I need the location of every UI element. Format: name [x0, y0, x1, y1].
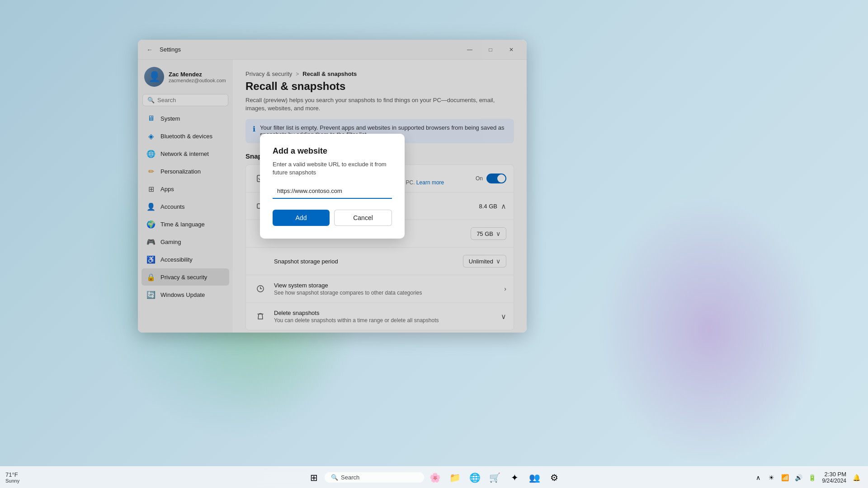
- dialog-title: Add a website: [273, 146, 392, 156]
- clock-time: 2:30 PM: [825, 471, 846, 478]
- dialog-buttons: Add Cancel: [273, 210, 392, 226]
- weather-widget: 71°F Sunny: [5, 471, 19, 483]
- edge-button[interactable]: 🌐: [466, 469, 484, 487]
- taskbar-search-icon: 🔍: [331, 474, 338, 481]
- taskbar-left: 71°F Sunny: [5, 471, 23, 483]
- tray-battery[interactable]: 🔋: [806, 471, 819, 484]
- clock-date: 9/24/2024: [822, 478, 846, 484]
- dialog-overlay[interactable]: Add a website Enter a valid website URL …: [138, 40, 527, 333]
- tray-brightness[interactable]: ☀: [765, 471, 778, 484]
- taskbar-right: ∧ ☀ 📶 🔊 🔋 2:30 PM 9/24/2024 🔔: [752, 471, 863, 484]
- tray-chevron[interactable]: ∧: [752, 471, 764, 484]
- taskbar-search-label: Search: [341, 474, 359, 481]
- copilot-button[interactable]: ✦: [505, 469, 524, 487]
- store-button[interactable]: 🛒: [486, 469, 504, 487]
- clock[interactable]: 2:30 PM 9/24/2024: [822, 471, 846, 484]
- file-explorer-button[interactable]: 📁: [446, 469, 464, 487]
- add-website-button[interactable]: Add: [273, 210, 330, 226]
- widgets-button[interactable]: 🌸: [426, 469, 444, 487]
- start-button[interactable]: ⊞: [305, 469, 323, 487]
- taskbar: 71°F Sunny ⊞ 🔍 Search 🌸 📁 🌐 🛒 ✦ 👥 ⚙ ∧ ☀ …: [0, 466, 868, 488]
- taskbar-center: ⊞ 🔍 Search 🌸 📁 🌐 🛒 ✦ 👥 ⚙: [305, 469, 563, 487]
- system-tray: ∧ ☀ 📶 🔊 🔋: [752, 471, 819, 484]
- cancel-button[interactable]: Cancel: [334, 210, 392, 226]
- tray-sound[interactable]: 🔊: [793, 471, 805, 484]
- weather-condition: Sunny: [5, 478, 19, 483]
- notification-button[interactable]: 🔔: [850, 471, 863, 484]
- settings-button[interactable]: ⚙: [545, 469, 563, 487]
- temperature: 71°F: [5, 471, 18, 478]
- website-url-input[interactable]: [273, 184, 392, 199]
- tray-network[interactable]: 📶: [779, 471, 792, 484]
- dialog-description: Enter a valid website URL to exclude it …: [273, 160, 392, 177]
- teams-button[interactable]: 👥: [525, 469, 543, 487]
- add-website-dialog: Add a website Enter a valid website URL …: [260, 134, 405, 239]
- settings-window: ← Settings — □ ✕ 👤 Zac Mendez zacmendez@…: [138, 40, 527, 333]
- taskbar-search[interactable]: 🔍 Search: [325, 472, 424, 483]
